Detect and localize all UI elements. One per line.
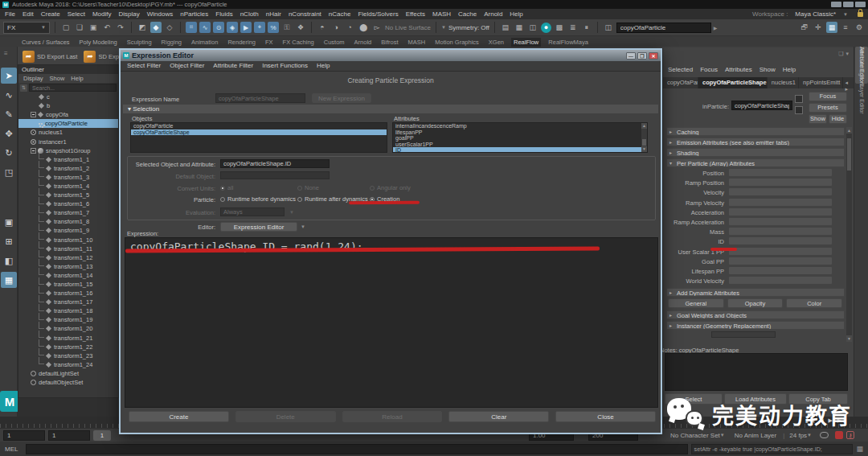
save-scene-icon[interactable]: ▣ (88, 22, 99, 33)
layout-single-pane-button[interactable]: ▣ (1, 214, 17, 230)
outliner-node[interactable]: transform1_11 (18, 244, 118, 253)
dialog-action-button[interactable]: Reload (342, 411, 443, 422)
shelf-tab[interactable]: RealFlowMaya (546, 38, 591, 47)
channelbox-toggle-icon[interactable]: ✛ (813, 22, 824, 33)
ae-node-tab[interactable]: copyOfaParticleShape (698, 77, 768, 88)
outliner-node[interactable]: nucleus1 (18, 128, 118, 137)
objects-list-item[interactable]: copyOfaParticle (131, 123, 387, 129)
highlight-selection-icon[interactable]: ❖ (295, 22, 306, 33)
range-inner-start-field[interactable] (48, 430, 90, 441)
tab-scroll-arrows[interactable]: ◂ ▸ (843, 77, 854, 88)
range-start-field[interactable] (3, 430, 45, 441)
close-button[interactable] (855, 2, 866, 7)
menu-item[interactable]: Create (41, 10, 60, 18)
outliner-node[interactable]: transform1_12 (18, 253, 118, 262)
attributes-list-item[interactable]: userScalar1PP (393, 142, 647, 148)
attribute-section-header[interactable]: Shading (666, 148, 845, 157)
objects-list-item[interactable]: copyOfaParticleShape (131, 129, 387, 136)
layout-four-pane-button[interactable]: ⊞ (1, 233, 17, 249)
menu-item[interactable]: nCloth (240, 10, 259, 18)
menu-item[interactable]: Display (119, 10, 140, 18)
dialog-action-button[interactable]: Close (555, 411, 656, 422)
expand-toggle-icon[interactable] (31, 148, 36, 154)
undo-icon[interactable]: ↶ (101, 22, 113, 33)
selection-section-header[interactable]: ▾ Selection (123, 105, 658, 113)
menu-item[interactable]: Help (510, 10, 522, 18)
attribute-section-header[interactable]: Add Dynamic Attributes (666, 288, 845, 297)
scroll-up-icon[interactable]: ▲ (846, 127, 852, 134)
menu-item[interactable]: Select (68, 10, 85, 18)
menu-item[interactable]: Windows (147, 10, 173, 18)
menu-item[interactable]: Fluids (215, 10, 232, 18)
shelf-tab[interactable]: Rendering (225, 38, 258, 47)
select-component-icon[interactable]: ◇ (164, 22, 175, 33)
outliner-menu-item[interactable]: Display (23, 75, 43, 82)
outliner-node[interactable]: transform1_21 (18, 334, 118, 343)
current-frame-field[interactable]: 1 (93, 430, 111, 441)
sidebar-toggle-icon[interactable]: 🗗 (799, 22, 810, 33)
menu-item[interactable]: nCache (329, 10, 351, 18)
attribute-value-field[interactable] (729, 277, 832, 284)
ae-menu-item[interactable]: Help (783, 66, 796, 73)
menu-item[interactable]: Effects (406, 10, 425, 18)
new-scene-icon[interactable]: ▢ (60, 22, 72, 33)
notes-area[interactable] (665, 353, 848, 391)
outliner-node[interactable]: transform1_5 (18, 191, 118, 199)
outliner-node[interactable]: transform1_24 (18, 360, 118, 369)
outliner-node[interactable]: transform1_13 (18, 262, 118, 271)
shelf-tab[interactable]: Animation (189, 38, 220, 47)
sidebar-vertical-tab[interactable]: Tool Settings (855, 47, 868, 79)
outliner-node[interactable]: transform1_22 (18, 343, 118, 351)
ae-menu-item[interactable]: Selected (668, 66, 693, 73)
scroll-down-icon[interactable]: ▼ (641, 146, 647, 152)
outliner-node[interactable]: copyOfaParticle (18, 119, 118, 128)
outliner-node[interactable]: defaultObjectSet (18, 378, 118, 387)
outliner-node[interactable]: transform1_18 (18, 306, 118, 315)
convert-units-radio[interactable]: None (297, 184, 370, 191)
attribute-value-field[interactable] (729, 188, 832, 195)
dialog-action-button[interactable]: Clear (448, 411, 549, 422)
shelf-tab[interactable]: RealFlow (511, 38, 541, 47)
dialog-menu-item[interactable]: Object Filter (170, 62, 204, 70)
attribute-value-field[interactable] (729, 199, 832, 206)
outliner-node[interactable]: defaultLightSet (18, 369, 118, 378)
shelf-tab[interactable]: Poly Modeling (77, 38, 120, 47)
outliner-node[interactable]: instancer1 (18, 137, 118, 146)
open-scene-icon[interactable]: ❏ (74, 22, 85, 33)
attribute-value-field[interactable] (729, 257, 832, 265)
inparticle-field[interactable] (731, 101, 792, 110)
settings-gear-icon[interactable]: ⚙ (854, 22, 865, 33)
dialog-action-button[interactable]: Delete (235, 411, 336, 422)
lock-icon[interactable] (858, 12, 863, 17)
attribute-section-header[interactable]: Caching (666, 127, 845, 136)
dialog-menu-item[interactable]: Insert Functions (262, 62, 308, 70)
outliner-menu-item[interactable]: Help (71, 75, 83, 82)
selection-mode-dropdown[interactable]: FX▼ (3, 22, 50, 34)
collapse-icon[interactable]: ▾ (845, 51, 849, 57)
attribute-value-field[interactable] (729, 237, 832, 244)
command-input[interactable] (26, 444, 688, 454)
dialog-action-button[interactable]: Create (129, 411, 229, 422)
shelf-tab[interactable]: FX (263, 38, 276, 47)
expand-toggle-icon[interactable] (31, 112, 36, 117)
rotate-tool[interactable]: ↻ (1, 145, 17, 161)
evaluation-dropdown[interactable]: Always (220, 207, 285, 216)
maximize-button[interactable]: ❐ (637, 52, 647, 60)
outliner-search-input[interactable] (29, 84, 117, 92)
shelf-tab[interactable]: Curves / Surfaces (19, 38, 72, 47)
layout-outliner-persp-button[interactable]: ▦ (1, 272, 17, 288)
dialog-menu-item[interactable]: Help (317, 62, 330, 70)
selected-object-attribute-field[interactable] (220, 159, 330, 168)
menu-item[interactable]: File (5, 10, 15, 18)
shelf-tab[interactable]: Custom (321, 38, 347, 47)
lock-selection-icon[interactable]: ⚿ (281, 22, 293, 33)
outliner-node[interactable]: transform1_19 (18, 315, 118, 324)
ipr-render-icon[interactable]: ◑ (330, 22, 342, 33)
outliner-node[interactable]: transform1_2 (18, 164, 118, 173)
dialog-menu-item[interactable]: Attribute Filter (213, 62, 253, 70)
script-editor-icon[interactable] (820, 432, 829, 438)
attribute-value-field[interactable] (729, 248, 832, 255)
shelf-tab[interactable]: Bifrost (379, 38, 400, 47)
launch-render-view-icon[interactable]: ▻ (371, 22, 383, 33)
ae-menu-item[interactable]: Show (760, 66, 776, 73)
